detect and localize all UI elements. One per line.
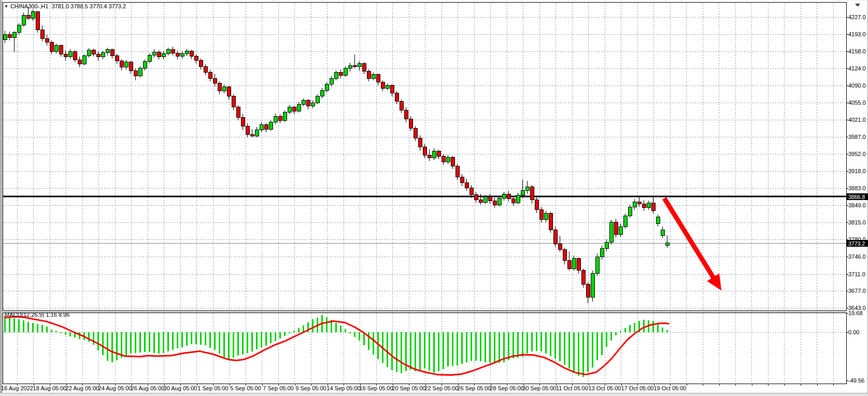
candle-body bbox=[87, 50, 91, 56]
macd-bar bbox=[181, 332, 183, 347]
macd-bar bbox=[508, 332, 509, 360]
macd-bar bbox=[233, 332, 234, 358]
candle-body bbox=[372, 74, 375, 78]
candle-body bbox=[544, 213, 548, 219]
price-tick-label: 3952.0 bbox=[848, 151, 866, 157]
time-tick-label: 22 Sep 05:00 bbox=[424, 385, 458, 391]
candle-body bbox=[12, 33, 16, 38]
macd-bar bbox=[214, 332, 216, 350]
candle-body bbox=[469, 188, 473, 194]
chart-window: 4227.04193.04158.04124.04090.04055.04021… bbox=[0, 0, 868, 396]
candle-body bbox=[190, 51, 193, 56]
candle-body bbox=[166, 49, 170, 53]
macd-bar bbox=[153, 332, 155, 353]
macd-bar bbox=[447, 332, 449, 366]
macd-bar bbox=[18, 319, 20, 332]
candle-body bbox=[129, 62, 133, 70]
symbol-dropdown-icon[interactable]: ▼ bbox=[4, 4, 8, 9]
candle-body bbox=[334, 73, 338, 79]
candle-body bbox=[162, 53, 165, 57]
macd-bar bbox=[172, 332, 174, 350]
macd-bar bbox=[251, 332, 253, 351]
macd-bar bbox=[265, 332, 267, 346]
candle-body bbox=[241, 117, 245, 126]
macd-bar bbox=[480, 332, 481, 361]
candle-body bbox=[288, 107, 291, 112]
candle-body bbox=[651, 203, 655, 210]
candle-body bbox=[451, 158, 454, 166]
price-tick-label: 3677.0 bbox=[848, 288, 866, 294]
candle-body bbox=[227, 87, 231, 96]
candle-body bbox=[483, 197, 487, 203]
candle-body bbox=[92, 50, 95, 54]
macd-bar bbox=[559, 332, 561, 361]
macd-bar bbox=[97, 332, 99, 350]
macd-bar bbox=[457, 332, 458, 365]
macd-bar bbox=[592, 332, 593, 367]
candle-body bbox=[339, 73, 343, 76]
macd-bar bbox=[410, 332, 411, 370]
candle-body bbox=[381, 82, 385, 89]
candle-body bbox=[213, 78, 217, 83]
macd-bar bbox=[513, 332, 514, 358]
candle-body bbox=[115, 56, 119, 61]
candle-body bbox=[138, 68, 142, 76]
time-tick-label: 22 Aug 05:00 bbox=[66, 385, 99, 391]
macd-bar bbox=[256, 332, 258, 349]
candle-body bbox=[623, 216, 627, 227]
macd-bar bbox=[41, 325, 43, 332]
time-tick-label: 16 Sep 05:00 bbox=[359, 385, 393, 391]
candle-body bbox=[656, 217, 660, 223]
window-bottom-edge bbox=[0, 393, 868, 396]
chart-canvas[interactable]: 4227.04193.04158.04124.04090.04055.04021… bbox=[0, 0, 868, 396]
macd-bar bbox=[27, 322, 29, 332]
candle-body bbox=[507, 194, 510, 199]
candle-body bbox=[199, 61, 203, 67]
macd-bar bbox=[13, 318, 15, 332]
candle-body bbox=[22, 15, 25, 25]
macd-bar bbox=[601, 332, 603, 355]
candle-body bbox=[3, 35, 7, 40]
current-price-tag-text: 3773.2 bbox=[848, 241, 865, 247]
candle-body bbox=[358, 63, 361, 66]
macd-bar bbox=[9, 317, 10, 332]
macd-bar bbox=[205, 332, 206, 345]
candle-body bbox=[148, 55, 151, 62]
macd-bar bbox=[60, 332, 62, 333]
candle-body bbox=[456, 166, 459, 177]
macd-bar bbox=[158, 332, 160, 353]
price-tick-label: 4227.0 bbox=[848, 14, 866, 20]
candle-body bbox=[661, 230, 664, 236]
macd-bar bbox=[293, 331, 295, 332]
macd-bar bbox=[596, 332, 598, 360]
symbol-quote-text: CHINA300-,H1 3781.0 3788.5 3770.4 3773.2 bbox=[10, 3, 126, 9]
macd-bar bbox=[237, 332, 239, 356]
price-tick-label: 4055.0 bbox=[848, 100, 866, 106]
candle-body bbox=[45, 38, 49, 43]
candle-body bbox=[605, 242, 608, 248]
time-tick-label: 30 Aug 05:00 bbox=[164, 385, 197, 391]
candle-body bbox=[64, 54, 67, 57]
price-tick-label: 4090.0 bbox=[848, 82, 866, 89]
macd-bar bbox=[415, 332, 416, 371]
candle-body bbox=[194, 56, 198, 61]
panel-splitter[interactable] bbox=[3, 312, 846, 313]
price-tick-label: 3815.0 bbox=[848, 219, 866, 225]
candle-body bbox=[78, 60, 81, 64]
time-tick-label: 30 Sep 05:00 bbox=[522, 385, 556, 391]
macd-bar bbox=[582, 332, 584, 377]
candle-body bbox=[330, 78, 333, 84]
candle-body bbox=[577, 259, 580, 271]
price-tick-label: 3918.0 bbox=[848, 168, 866, 174]
window-left-edge bbox=[0, 0, 1, 396]
macd-bar bbox=[163, 332, 164, 353]
candle-body bbox=[516, 195, 520, 203]
candle-body bbox=[54, 46, 58, 52]
candle-body bbox=[400, 101, 403, 110]
price-tick-label: 3711.0 bbox=[848, 271, 865, 277]
candle-body bbox=[31, 11, 35, 18]
price-tick-label: 3746.0 bbox=[848, 253, 866, 260]
candle-body bbox=[442, 156, 445, 162]
macd-bar bbox=[499, 332, 500, 363]
candle-body bbox=[353, 65, 357, 66]
